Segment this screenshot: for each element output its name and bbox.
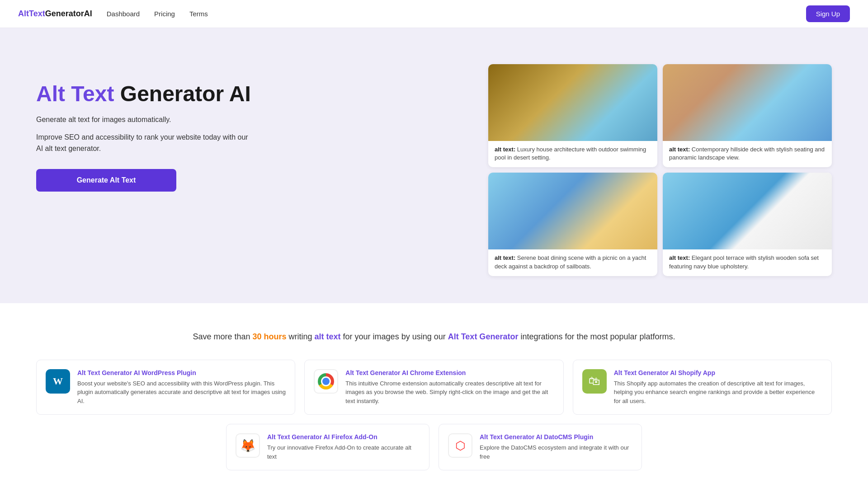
generate-alt-text-button[interactable]: Generate Alt Text xyxy=(36,169,176,192)
alt-text-label-1: alt text: xyxy=(495,146,515,153)
shopify-title[interactable]: Alt Text Generator AI Shopify App xyxy=(614,369,822,376)
firefox-icon: 🦊 xyxy=(236,433,260,458)
hero-title-purple: Alt Text xyxy=(36,82,114,106)
nav-pricing[interactable]: Pricing xyxy=(154,10,175,18)
hero-description: Improve SEO and accessibility to rank yo… xyxy=(36,131,253,155)
hero-title-black: Generator AI xyxy=(114,82,250,106)
integrations-header: Save more than 30 hours writing alt text… xyxy=(36,330,832,343)
image-pool xyxy=(663,173,832,249)
integration-card-chrome: Alt Text Generator AI Chrome Extension T… xyxy=(304,360,563,415)
alt-text-value-3: Serene boat dining scene with a picnic o… xyxy=(495,254,646,269)
logo[interactable]: AltTextGeneratorAI xyxy=(18,9,92,19)
alt-text-label-3: alt text: xyxy=(495,254,515,261)
integrations-prefix: Save more than xyxy=(193,332,252,341)
chrome-desc: This intuitive Chrome extension automati… xyxy=(345,379,554,406)
wordpress-desc: Boost your website's SEO and accessibili… xyxy=(77,379,286,406)
shopify-desc: This Shopify app automates the creation … xyxy=(614,379,822,406)
integration-card-datocms: ⬡ Alt Text Generator AI DatoCMS Plugin E… xyxy=(439,424,642,470)
image-deck xyxy=(663,64,832,141)
integration-card-shopify: 🛍 Alt Text Generator AI Shopify App This… xyxy=(573,360,832,415)
generator-link[interactable]: Alt Text Generator xyxy=(448,332,519,341)
logo-bold: GeneratorAI xyxy=(45,9,92,18)
integration-card-wordpress: W Alt Text Generator AI WordPress Plugin… xyxy=(36,360,295,415)
hero-section: Alt Text Generator AI Generate alt text … xyxy=(0,28,868,303)
integrations-middle: writing xyxy=(289,332,315,341)
signup-button[interactable]: Sign Up xyxy=(806,5,850,22)
hours-highlight: 30 hours xyxy=(252,332,286,341)
hero-images-grid: alt text: Luxury house architecture with… xyxy=(488,64,832,276)
alt-text-value-1: Luxury house architecture with outdoor s… xyxy=(495,146,646,161)
alt-text-value-2: Contemporary hillside deck with stylish … xyxy=(669,146,825,161)
shopify-content: Alt Text Generator AI Shopify App This S… xyxy=(614,369,822,406)
image-house xyxy=(488,64,657,141)
alt-text-label-4: alt text: xyxy=(669,254,690,261)
alt-text-value-4: Elegant pool terrace with stylish wooden… xyxy=(669,254,819,269)
firefox-content: Alt Text Generator AI Firefox Add-On Try… xyxy=(267,433,420,461)
image-caption-4: alt text: Elegant pool terrace with styl… xyxy=(663,249,832,276)
integrations-suffix: integrations for the most popular platfo… xyxy=(520,332,675,341)
datocms-desc: Explore the DatoCMS ecosystem and integr… xyxy=(480,443,632,461)
nav-terms[interactable]: Terms xyxy=(189,10,208,18)
datocms-title[interactable]: Alt Text Generator AI DatoCMS Plugin xyxy=(480,433,632,441)
chrome-content: Alt Text Generator AI Chrome Extension T… xyxy=(345,369,554,406)
image-card-4: alt text: Elegant pool terrace with styl… xyxy=(663,173,832,276)
wordpress-title[interactable]: Alt Text Generator AI WordPress Plugin xyxy=(77,369,286,376)
image-card-2: alt text: Contemporary hillside deck wit… xyxy=(663,64,832,167)
image-boat xyxy=(488,173,657,249)
datocms-icon: ⬡ xyxy=(448,433,472,458)
logo-purple2: Text xyxy=(29,9,45,18)
datocms-content: Alt Text Generator AI DatoCMS Plugin Exp… xyxy=(480,433,632,461)
integrations-middle2: for your images by using our xyxy=(343,332,448,341)
shopify-icon: 🛍 xyxy=(582,369,607,394)
logo-purple: Alt xyxy=(18,9,29,18)
hero-content: Alt Text Generator AI Generate alt text … xyxy=(36,64,253,192)
nav-dashboard[interactable]: Dashboard xyxy=(107,10,140,18)
integration-card-firefox: 🦊 Alt Text Generator AI Firefox Add-On T… xyxy=(226,424,429,470)
integrations-grid: W Alt Text Generator AI WordPress Plugin… xyxy=(36,360,832,415)
image-card-3: alt text: Serene boat dining scene with … xyxy=(488,173,657,276)
chrome-title[interactable]: Alt Text Generator AI Chrome Extension xyxy=(345,369,554,376)
integrations-row2: 🦊 Alt Text Generator AI Firefox Add-On T… xyxy=(226,424,642,470)
alt-text-label-2: alt text: xyxy=(669,146,690,153)
wordpress-content: Alt Text Generator AI WordPress Plugin B… xyxy=(77,369,286,406)
hero-title: Alt Text Generator AI xyxy=(36,82,253,106)
wordpress-icon: W xyxy=(46,369,70,394)
integrations-section: Save more than 30 hours writing alt text… xyxy=(0,303,868,488)
image-caption-1: alt text: Luxury house architecture with… xyxy=(488,141,657,167)
hero-subtitle: Generate alt text for images automatical… xyxy=(36,114,253,125)
navbar: AltTextGeneratorAI Dashboard Pricing Ter… xyxy=(0,0,868,28)
image-caption-2: alt text: Contemporary hillside deck wit… xyxy=(663,141,832,167)
alt-text-link[interactable]: alt text xyxy=(315,332,341,341)
firefox-title[interactable]: Alt Text Generator AI Firefox Add-On xyxy=(267,433,420,441)
navbar-left: AltTextGeneratorAI Dashboard Pricing Ter… xyxy=(18,9,208,19)
firefox-desc: Try our innovative Firefox Add-On to cre… xyxy=(267,443,420,461)
image-card-1: alt text: Luxury house architecture with… xyxy=(488,64,657,167)
image-caption-3: alt text: Serene boat dining scene with … xyxy=(488,249,657,276)
chrome-icon xyxy=(314,369,338,394)
